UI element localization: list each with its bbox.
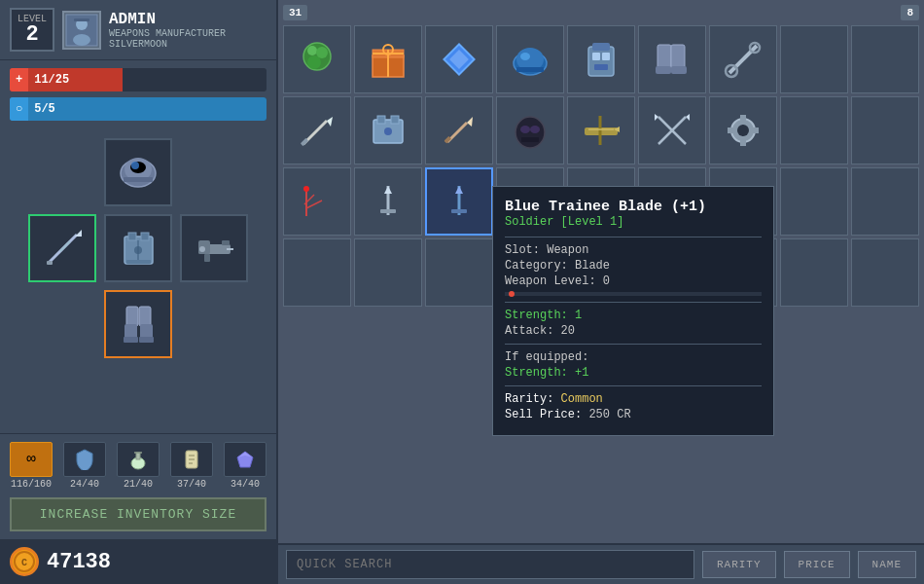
- player-header: LEVEL 2 ADMIN WEAPONS MANUFACTURER SILVE…: [0, 0, 276, 60]
- svg-marker-89: [686, 114, 690, 121]
- inv-icon-shield[interactable]: [63, 442, 106, 477]
- grid-cell-0-3[interactable]: [496, 25, 564, 93]
- increase-inventory-button[interactable]: Increase Inventory size: [10, 497, 267, 531]
- grid-cell-1-3[interactable]: [496, 96, 564, 164]
- grid-cell-2-2[interactable]: [425, 167, 493, 236]
- svg-rect-32: [136, 453, 140, 459]
- grid-cell-0-7[interactable]: [780, 25, 848, 93]
- grid-cell-0-1[interactable]: [354, 25, 422, 93]
- tooltip-slot: Slot: Weapon: [505, 243, 762, 257]
- avatar: [62, 11, 101, 50]
- bottom-inventory: ∞ 116/160 24/40 21/40: [0, 433, 276, 539]
- hp-text: 11/25: [28, 73, 69, 87]
- grid-cell-3-0[interactable]: [283, 238, 351, 307]
- svg-rect-73: [377, 116, 385, 124]
- badge-31: 31: [283, 5, 307, 20]
- sort-price-button[interactable]: PRICE: [784, 551, 850, 578]
- svg-rect-15: [141, 233, 149, 240]
- inv-cat-all[interactable]: ∞ 116/160: [10, 442, 53, 490]
- svg-rect-58: [592, 43, 610, 51]
- inv-icon-all[interactable]: ∞: [10, 442, 53, 477]
- inv-cat-scroll[interactable]: 37/40: [170, 442, 213, 490]
- inv-icon-potion[interactable]: [117, 442, 160, 477]
- mp-text: 5/5: [28, 102, 55, 116]
- tooltip-sell-row: Sell Price: 250 CR: [505, 408, 762, 421]
- grid-cell-3-1[interactable]: [354, 238, 422, 307]
- stats-bars: + 11/25 ○ 5/5: [0, 60, 276, 128]
- tooltip-rarity-val: Common: [561, 392, 603, 406]
- svg-line-99: [306, 201, 322, 208]
- sort-name-button[interactable]: NAME: [858, 551, 916, 578]
- grid-cell-1-0[interactable]: [283, 96, 351, 164]
- inv-count-gem: 34/40: [231, 479, 260, 490]
- inv-cat-shield[interactable]: 24/40: [63, 442, 106, 490]
- equip-slot-legs[interactable]: [104, 290, 172, 358]
- equip-slot-helmet[interactable]: [104, 138, 172, 206]
- svg-rect-22: [204, 254, 210, 262]
- inv-icon-scroll[interactable]: [170, 442, 213, 477]
- equipment-section: [0, 128, 276, 433]
- svg-rect-6: [124, 177, 153, 182]
- grid-cell-0-0[interactable]: [283, 25, 351, 93]
- inv-cat-potion[interactable]: 21/40: [117, 442, 160, 490]
- grid-cell-2-1[interactable]: [354, 167, 422, 236]
- player-info: ADMIN WEAPONS MANUFACTURER SILVERMOON: [109, 11, 226, 50]
- hp-bar: + 11/25: [10, 68, 267, 91]
- grid-cell-1-5[interactable]: [638, 96, 706, 164]
- grid-cell-0-2[interactable]: [425, 25, 493, 93]
- grid-cell-3-7[interactable]: [780, 238, 848, 307]
- svg-marker-102: [384, 186, 392, 194]
- svg-point-98: [303, 186, 309, 192]
- sort-rarity-button[interactable]: RARITY: [702, 551, 776, 578]
- tooltip-sell-label: Sell Price:: [505, 408, 588, 421]
- grid-cell-3-8[interactable]: [851, 238, 919, 307]
- gold-amount: 47138: [47, 550, 111, 574]
- tooltip-rarity-label: Rarity:: [505, 392, 561, 406]
- grid-cell-2-8[interactable]: [851, 167, 919, 236]
- svg-rect-106: [451, 209, 467, 213]
- equip-slot-ranged[interactable]: [180, 214, 248, 282]
- left-panel: LEVEL 2 ADMIN WEAPONS MANUFACTURER SILVE…: [0, 0, 278, 584]
- grid-cell-2-0[interactable]: [283, 167, 351, 236]
- grid-cell-3-2[interactable]: [425, 238, 493, 307]
- inv-icon-gem[interactable]: [224, 442, 267, 477]
- grid-cell-1-4[interactable]: [567, 96, 635, 164]
- tooltip-bonus-text: Strength: +1: [505, 366, 588, 380]
- main-container: LEVEL 2 ADMIN WEAPONS MANUFACTURER SILVE…: [0, 0, 924, 584]
- grid-cell-2-7[interactable]: [780, 167, 848, 236]
- tooltip-divider-3: [505, 344, 762, 345]
- tooltip-divider-4: [505, 385, 762, 386]
- grid-cell-1-1[interactable]: [354, 96, 422, 164]
- svg-rect-11: [47, 261, 53, 265]
- grid-cell-0-4[interactable]: [567, 25, 635, 93]
- grid-cell-1-6[interactable]: [709, 96, 777, 164]
- item-count-badges: 31 8: [278, 0, 924, 20]
- grid-cell-0-6[interactable]: [709, 25, 777, 93]
- tooltip-category: Category: Blade: [505, 259, 762, 273]
- svg-rect-95: [728, 128, 735, 133]
- grid-cell-0-5[interactable]: [638, 25, 706, 93]
- svg-rect-60: [602, 53, 610, 60]
- grid-cell-1-7[interactable]: [780, 96, 848, 164]
- inv-cat-gem[interactable]: 34/40: [224, 442, 267, 490]
- tooltip-category-label: Category:: [505, 259, 575, 273]
- search-input[interactable]: [286, 550, 694, 579]
- svg-rect-93: [740, 115, 746, 123]
- mp-icon: ○: [10, 97, 28, 121]
- equip-slot-weapon[interactable]: [28, 214, 96, 282]
- svg-marker-10: [75, 230, 82, 237]
- grid-cell-0-8[interactable]: [851, 25, 919, 93]
- svg-rect-29: [124, 337, 138, 343]
- svg-rect-18: [126, 260, 151, 264]
- grid-cell-1-2[interactable]: [425, 96, 493, 164]
- equip-slot-chest[interactable]: [104, 214, 172, 282]
- grid-cell-1-8[interactable]: [851, 96, 919, 164]
- svg-point-79: [515, 117, 545, 148]
- svg-rect-103: [380, 209, 396, 213]
- tooltip-attack-val: 20: [561, 324, 575, 338]
- grid-wrapper: Blue Trainee Blade (+1) Soldier [Level 1…: [278, 20, 924, 543]
- tooltip-divider-2: [505, 302, 762, 303]
- svg-point-92: [737, 125, 749, 136]
- inv-count-all: 116/160: [11, 479, 52, 490]
- tooltip-strength-val: 1: [575, 309, 582, 322]
